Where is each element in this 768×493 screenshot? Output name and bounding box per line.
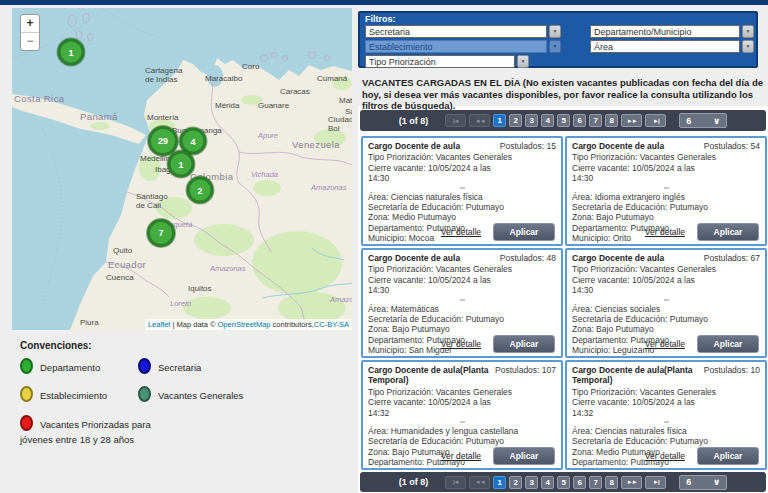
legend-label: Departamento: [40, 362, 100, 373]
secretaria-select[interactable]: Secretaria: [365, 25, 547, 38]
pagination-next-button[interactable]: ►►: [621, 114, 642, 127]
card-secretaria: Secretaría de Educación: Putumayo: [572, 314, 760, 324]
pagination-page-3-button[interactable]: 3: [525, 476, 538, 489]
card-separator: [460, 421, 465, 423]
legend-dot-icon: [20, 358, 33, 374]
pagination-first-button[interactable]: |◄: [445, 114, 466, 127]
map-cluster-marker[interactable]: 1: [58, 39, 85, 66]
vacancy-card: Cargo Docente de aula Postulados: 48 Tip…: [361, 248, 563, 358]
card-area: Área: Ciencias naturales física: [368, 192, 556, 202]
ver-detalle-link[interactable]: Ver detalle: [441, 339, 481, 349]
zoom-in-button[interactable]: +: [21, 15, 39, 32]
pagination-page-4-button[interactable]: 4: [541, 476, 554, 489]
card-area: Área: Matemáticas: [368, 304, 556, 314]
attribution-text2: contributors,: [270, 320, 313, 329]
vacancies-page: Cartagena de IndiasMaracaiboCoroCumanáCa…: [0, 0, 768, 493]
pagination-page-6-button[interactable]: 6: [573, 114, 586, 127]
aplicar-button[interactable]: Aplicar: [493, 335, 555, 353]
card-separator: [664, 299, 669, 301]
card-tipo-priorizacion: Tipo Priorización: Vacantes Generales: [368, 387, 556, 397]
map-cluster-marker[interactable]: 1: [168, 151, 195, 178]
establecimiento-select[interactable]: Establecimiento: [365, 40, 547, 53]
departamento-municipio-select[interactable]: Departamento/Municipio: [590, 25, 740, 38]
ver-detalle-link[interactable]: Ver detalle: [645, 339, 685, 349]
card-separator: [664, 187, 669, 189]
aplicar-button[interactable]: Aplicar: [697, 447, 759, 465]
legend-item: Vacantes Priorizadas parajóvenes entre 1…: [20, 415, 151, 445]
ver-detalle-link[interactable]: Ver detalle: [645, 227, 685, 237]
card-header: Cargo Docente de aula(Planta Temporal) P…: [572, 365, 760, 386]
departamento-municipio-select-chevron-icon[interactable]: ▼: [742, 25, 754, 38]
legend-item: Establecimiento: [20, 386, 107, 402]
card-zona: Zona: Bajo Putumayo: [572, 324, 760, 334]
pagination-next-button[interactable]: ►►: [621, 476, 642, 489]
pagination-page-3-button[interactable]: 3: [525, 114, 538, 127]
card-footer: Ver detalle Aplicar: [645, 335, 759, 353]
pagination-page-5-button[interactable]: 5: [557, 114, 570, 127]
pagination-page-8-button[interactable]: 8: [605, 114, 618, 127]
tipo-priorizacion-select-chevron-icon[interactable]: ▼: [517, 55, 529, 68]
pagination-page-8-button[interactable]: 8: [605, 476, 618, 489]
secretaria-select-chevron-icon[interactable]: ▼: [549, 25, 561, 38]
pagination-page-1-button[interactable]: 1: [493, 476, 506, 489]
ver-detalle-link[interactable]: Ver detalle: [441, 451, 481, 461]
pagination-last-button[interactable]: ►|: [645, 476, 666, 489]
ver-detalle-link[interactable]: Ver detalle: [645, 451, 685, 461]
pagination-page-6-button[interactable]: 6: [573, 476, 586, 489]
card-zona: Zona: Bajo Putumayo: [572, 212, 760, 222]
card-secretaria: Secretaría de Educación: Putumayo: [572, 202, 760, 212]
aplicar-button[interactable]: Aplicar: [493, 447, 555, 465]
vacancy-card: Cargo Docente de aula Postulados: 15 Tip…: [361, 136, 563, 246]
legend-dot-icon: [138, 386, 151, 402]
card-postulados-count: Postulados: 10: [704, 365, 760, 386]
pagination-prev-button[interactable]: ◄◄: [469, 476, 490, 489]
map-cluster-marker[interactable]: 2: [187, 177, 214, 204]
card-postulados-count: Postulados: 107: [495, 365, 556, 386]
card-area: Área: Humanidades y lengua castellana: [368, 426, 556, 436]
aplicar-button[interactable]: Aplicar: [697, 223, 759, 241]
card-separator: [460, 187, 465, 189]
card-postulados-count: Postulados: 54: [704, 141, 760, 151]
pagination-page-2-button[interactable]: 2: [509, 476, 522, 489]
area-select[interactable]: Área: [590, 40, 740, 53]
pagination-page-5-button[interactable]: 5: [557, 476, 570, 489]
area-select-chevron-icon[interactable]: ▼: [742, 40, 754, 53]
osm-link[interactable]: OpenStreetMap: [218, 320, 271, 329]
pagination-page-2-button[interactable]: 2: [509, 114, 522, 127]
license-link[interactable]: CC-BY-SA: [314, 320, 349, 329]
map-zoom-control: + −: [20, 14, 40, 51]
page-size-select[interactable]: 6∨: [679, 113, 727, 128]
pagination-prev-button[interactable]: ◄◄: [469, 114, 490, 127]
legend-label-line2: jóvenes entre 18 y 28 años: [20, 434, 151, 445]
ver-detalle-link[interactable]: Ver detalle: [441, 227, 481, 237]
pagination-status: (1 of 8): [399, 116, 429, 126]
pagination-last-button[interactable]: ►|: [645, 114, 666, 127]
card-header: Cargo Docente de aula Postulados: 67: [572, 253, 760, 263]
pagination-page-4-button[interactable]: 4: [541, 114, 554, 127]
vacancy-cards-grid: Cargo Docente de aula Postulados: 15 Tip…: [361, 136, 767, 470]
card-footer: Ver detalle Aplicar: [441, 335, 555, 353]
leaflet-map[interactable]: Cartagena de IndiasMaracaiboCoroCumanáCa…: [12, 8, 352, 330]
legend-label: Secretaria: [158, 362, 201, 373]
map-cluster-marker[interactable]: 7: [147, 219, 175, 247]
leaflet-link[interactable]: Leaflet: [148, 320, 171, 329]
pagination-first-button[interactable]: |◄: [445, 476, 466, 489]
tipo-priorizacion-select[interactable]: Tipo Priorización: [365, 55, 515, 68]
card-secretaria: Secretaría de Educación: Putumayo: [368, 314, 556, 324]
vacancy-card: Cargo Docente de aula Postulados: 54 Tip…: [565, 136, 767, 246]
pagination-page-7-button[interactable]: 7: [589, 476, 602, 489]
aplicar-button[interactable]: Aplicar: [493, 223, 555, 241]
card-tipo-priorizacion: Tipo Priorización: Vacantes Generales: [572, 264, 760, 274]
card-cierre-vacante: Cierre vacante: 10/05/2024 a las 14:30: [368, 275, 556, 296]
zoom-out-button[interactable]: −: [21, 32, 39, 50]
no-vacancies-notice: VACANTES CARGADAS EN EL DÍA (No existen …: [362, 77, 764, 112]
card-area: Área: Ciencias sociales: [572, 304, 760, 314]
chevron-down-icon: ∨: [713, 477, 720, 487]
card-cierre-vacante: Cierre vacante: 10/05/2024 a las 14:32: [368, 397, 556, 418]
card-cierre-vacante: Cierre vacante: 10/05/2024 a las 14:30: [572, 163, 760, 184]
establecimiento-select-chevron-icon[interactable]: ▼: [549, 40, 561, 53]
pagination-page-7-button[interactable]: 7: [589, 114, 602, 127]
pagination-page-1-button[interactable]: 1: [493, 114, 506, 127]
aplicar-button[interactable]: Aplicar: [697, 335, 759, 353]
page-size-select[interactable]: 6∨: [679, 475, 727, 490]
